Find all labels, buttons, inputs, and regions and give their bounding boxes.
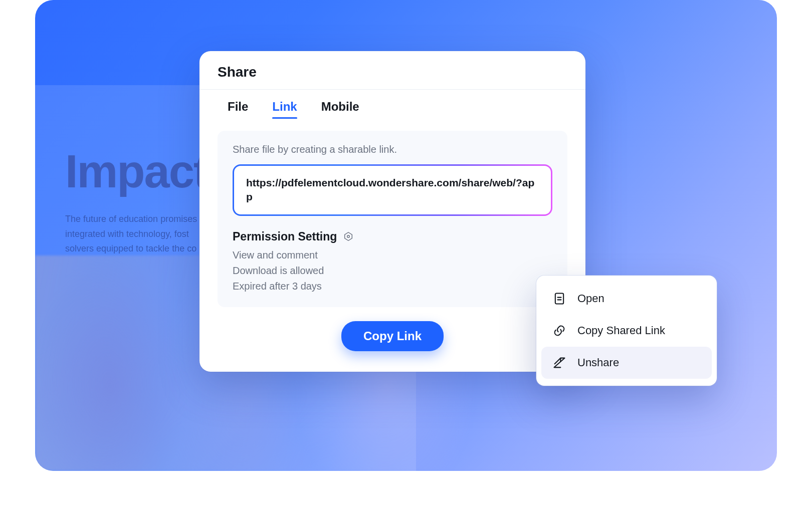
permission-list: View and comment Download is allowed Exp… [233,249,552,292]
tab-link[interactable]: Link [272,100,297,119]
app-stage: Impact The future of education promises … [35,0,777,471]
share-tabs: File Link Mobile [199,90,585,119]
menu-item-label: Copy Shared Link [577,324,665,337]
menu-item-open[interactable]: Open [541,283,712,315]
file-icon [552,292,566,306]
link-icon [552,324,566,338]
dialog-header: Share [199,51,585,90]
share-link-value: https://pdfelementcloud.wondershare.com/… [234,166,551,214]
menu-item-label: Open [577,292,604,305]
share-dialog: Share File Link Mobile Share file by cre… [199,51,585,372]
permission-heading: Permission Setting [233,230,337,243]
menu-item-copy-shared-link[interactable]: Copy Shared Link [541,315,712,347]
permission-settings-icon[interactable] [343,231,354,242]
tab-file[interactable]: File [228,100,248,119]
permission-item: View and comment [233,249,552,261]
svg-rect-2 [555,294,563,304]
context-menu: Open Copy Shared Link Unshare [536,276,717,386]
permission-item: Expired after 3 days [233,281,552,292]
permission-item: Download is allowed [233,265,552,277]
permission-heading-row: Permission Setting [233,230,552,243]
menu-item-label: Unshare [577,356,619,369]
svg-marker-0 [345,232,352,241]
tab-mobile[interactable]: Mobile [321,100,359,119]
share-hint: Share file by creating a sharable link. [233,144,552,155]
menu-item-unshare[interactable]: Unshare [541,347,712,379]
share-link-field[interactable]: https://pdfelementcloud.wondershare.com/… [233,164,552,216]
unshare-icon [552,356,566,370]
svg-point-1 [347,235,350,238]
link-panel: Share file by creating a sharable link. … [218,131,567,307]
dialog-title: Share [218,64,567,80]
copy-link-button[interactable]: Copy Link [341,321,444,351]
